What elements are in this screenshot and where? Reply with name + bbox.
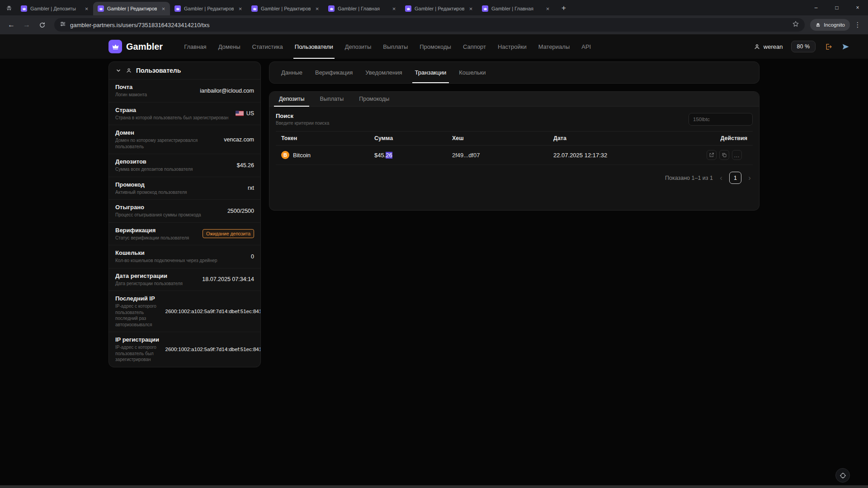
window-minimize-button[interactable]: –	[806, 0, 826, 15]
pagination-next-button[interactable]: ›	[746, 174, 753, 183]
tab-transactions[interactable]: Транзакции	[409, 62, 453, 83]
user-page-tabs: Данные Верификация Уведомления Транзакци…	[269, 61, 760, 84]
field-value: 0	[251, 253, 254, 260]
nav-item-users[interactable]: Пользователи	[289, 34, 339, 59]
window-close-button[interactable]: ×	[847, 0, 868, 15]
action-more-button[interactable]: …	[732, 150, 742, 160]
tab-close-icon[interactable]: ×	[83, 5, 90, 12]
bookmark-star-icon[interactable]	[792, 20, 799, 29]
address-bar[interactable]: gambler-partners.is/users/73518316432434…	[54, 18, 805, 32]
sidebar-row-wallets: Кошельки Кол-во кошельков подключенных ч…	[109, 245, 260, 268]
browser-toolbar: ← → gambler-partners.is/users/7351831643…	[0, 15, 868, 34]
tab-notifications[interactable]: Уведомления	[359, 62, 408, 83]
tab-close-icon[interactable]: ×	[160, 5, 167, 12]
tab-close-icon[interactable]: ×	[314, 5, 321, 12]
tab-data[interactable]: Данные	[275, 62, 309, 83]
telegram-button[interactable]	[841, 42, 850, 51]
crown-icon	[108, 40, 122, 53]
logout-button[interactable]	[824, 42, 833, 51]
sidebar-row-wagered: Отыграно Процесс отыгрывания суммы промо…	[109, 200, 260, 223]
new-tab-button[interactable]: +	[558, 2, 570, 14]
nav-item-materials[interactable]: Материалы	[533, 34, 576, 59]
hash-cell: 2f49...df07	[452, 152, 553, 159]
header-hash: Хеш	[452, 135, 553, 141]
browser-tab[interactable]: Gambler | Редактирование по... ×	[170, 2, 247, 15]
tab-verification[interactable]: Верификация	[309, 62, 359, 83]
user-menu[interactable]: werean	[754, 43, 783, 50]
tab-close-icon[interactable]: ×	[237, 5, 244, 12]
tab-wallets[interactable]: Кошельки	[453, 62, 492, 83]
field-sublabel: Сумма всех депозитов пользователя	[115, 166, 232, 173]
header-actions: Действия	[698, 135, 753, 141]
tab-close-icon[interactable]: ×	[467, 5, 474, 12]
nav-item-promocodes[interactable]: Промокоды	[414, 34, 457, 59]
field-sublabel: Домен по которому зарегистрировался поль…	[115, 137, 219, 150]
pagination-prev-button[interactable]: ‹	[718, 174, 724, 183]
forward-button[interactable]: →	[20, 18, 33, 32]
browser-tab[interactable]: Gambler | Депозиты ×	[16, 2, 93, 15]
verification-status-badge: Ожидание депозита	[203, 229, 254, 238]
url-text: gambler-partners.is/users/73518316432434…	[70, 22, 788, 28]
pagination-page-1[interactable]: 1	[729, 172, 741, 184]
browser-tab[interactable]: Gambler | Главная ×	[324, 2, 401, 15]
gambler-logo[interactable]: Gambler	[108, 34, 163, 59]
action-open-button[interactable]	[707, 150, 717, 160]
field-sublabel: Дата регистрации пользователя	[115, 281, 198, 287]
transactions-subtabs: Депозиты Выплаты Промокоды	[269, 92, 759, 107]
field-sublabel: IP-адрес с которого пользователь был зар…	[115, 344, 161, 363]
tab-title: Gambler | Депозиты	[30, 6, 80, 11]
browser-tab-active[interactable]: Gambler | Редактирование по... ×	[93, 2, 170, 15]
floating-action-button[interactable]	[835, 468, 850, 483]
nav-item-domains[interactable]: Домены	[212, 34, 246, 59]
user-panel-title: Пользователь	[136, 67, 181, 74]
brand-name: Gambler	[126, 42, 163, 52]
field-value: ianbailor@icloud.com	[200, 88, 254, 94]
field-sublabel: Страна в которой пользователь был зареги…	[115, 115, 231, 121]
nav-item-api[interactable]: API	[576, 34, 597, 59]
field-sublabel: Кол-во кошельков подключенных через дрей…	[115, 258, 246, 264]
selected-text: 26	[386, 152, 392, 159]
subtab-promocodes[interactable]: Промокоды	[351, 92, 397, 106]
field-label: IP регистрации	[115, 336, 161, 343]
incognito-spy-icon	[815, 22, 821, 28]
tab-title: Gambler | Редактирование по...	[184, 6, 234, 11]
location-crosshair-icon	[839, 472, 847, 479]
user-panel: Пользователь Почта Логин мамонта ianbail…	[108, 61, 261, 367]
nav-item-payouts[interactable]: Выплаты	[377, 34, 414, 59]
tab-favicon-crown-icon	[328, 5, 335, 12]
subtab-payouts[interactable]: Выплаты	[312, 92, 351, 106]
browser-tab[interactable]: Gambler | Редактирование по... ×	[247, 2, 324, 15]
row-actions: …	[698, 150, 747, 160]
percent-badge[interactable]: 80 %	[791, 41, 816, 52]
window-maximize-button[interactable]: □	[826, 0, 847, 15]
tab-favicon-crown-icon	[251, 5, 258, 12]
sidebar-row-deposits: Депозитов Сумма всех депозитов пользоват…	[109, 154, 260, 177]
field-label: Страна	[115, 107, 231, 113]
nav-item-deposits[interactable]: Депозиты	[339, 34, 377, 59]
browser-tab[interactable]: Gambler | Редактирование по... ×	[401, 2, 477, 15]
site-info-icon[interactable]	[60, 21, 66, 29]
browser-tab[interactable]: Gambler | Главная ×	[477, 2, 554, 15]
refresh-button[interactable]	[35, 18, 49, 32]
pagination-summary: Показано 1–1 из 1	[665, 175, 713, 181]
browser-menu-icon[interactable]: ⋮	[852, 21, 863, 29]
action-copy-button[interactable]	[719, 150, 729, 160]
tab-title: Gambler | Редактирование по...	[261, 6, 311, 11]
nav-item-support[interactable]: Саппорт	[457, 34, 492, 59]
field-value: 2500/2500	[227, 208, 254, 214]
tab-close-icon[interactable]: ×	[391, 5, 397, 12]
search-input[interactable]	[689, 113, 753, 126]
taskbar-edge	[0, 485, 868, 488]
nav-item-home[interactable]: Главная	[178, 34, 212, 59]
tab-close-icon[interactable]: ×	[544, 5, 551, 12]
browser-tab-strip: Gambler | Депозиты × Gambler | Редактиро…	[0, 0, 868, 15]
field-label: Верификация	[115, 227, 198, 234]
nav-item-settings[interactable]: Настройки	[492, 34, 533, 59]
subtab-deposits[interactable]: Депозиты	[271, 92, 312, 106]
nav-item-statistics[interactable]: Статистика	[246, 34, 289, 59]
tab-favicon-crown-icon	[482, 5, 488, 12]
back-button[interactable]: ←	[5, 18, 18, 32]
chevron-down-icon[interactable]	[115, 67, 122, 74]
user-icon	[126, 67, 132, 74]
paper-plane-icon	[842, 43, 849, 51]
